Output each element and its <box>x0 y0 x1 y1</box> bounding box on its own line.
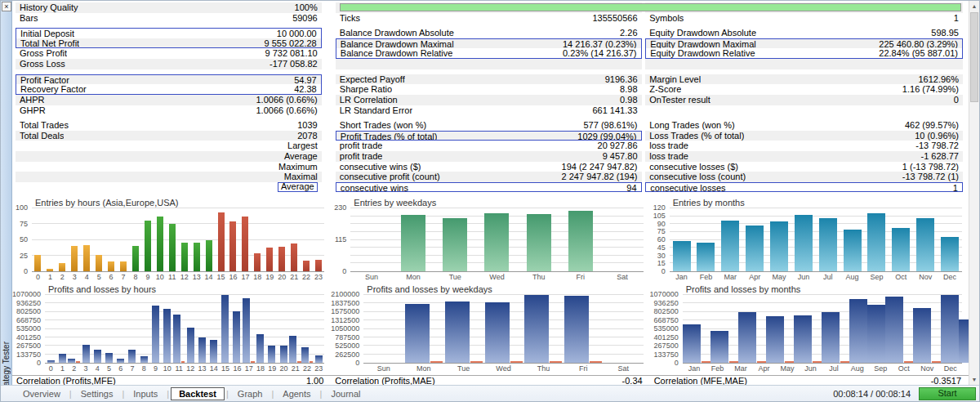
x-tick-label: 19 <box>264 273 276 284</box>
tab-settings[interactable]: Settings <box>74 387 121 400</box>
tab-backtest[interactable]: Backtest <box>171 387 225 400</box>
x-tick-label: Fri <box>559 273 601 284</box>
stat-label: consecutive profit (count) <box>340 172 440 182</box>
y-tick-label: 1837500 <box>331 300 359 307</box>
stat-row: Profit Trades (% of total)1029 (99.04%) <box>336 131 642 141</box>
statistics-grid: History Quality100%Bars59096Initial Depo… <box>12 2 969 195</box>
bar <box>132 246 139 271</box>
bar <box>401 215 425 271</box>
vertical-scrollbar[interactable]: ▲ ▼ <box>969 1 979 385</box>
loss-bar <box>904 361 913 363</box>
stat-label: loss trade <box>649 141 688 151</box>
bar <box>108 261 114 271</box>
bar <box>218 212 225 271</box>
tab-overview[interactable]: Overview <box>16 387 68 400</box>
x-tick-label: 18 <box>252 273 264 284</box>
x-tick-label: 14 <box>208 364 220 375</box>
x-tick-label: 15 <box>215 273 227 284</box>
tab-journal[interactable]: Journal <box>323 387 368 400</box>
stat-label: OnTester result <box>649 95 710 105</box>
stat-value: Average <box>278 182 318 193</box>
x-tick-label: 1 <box>56 364 68 375</box>
scroll-up-icon[interactable]: ▲ <box>969 1 979 11</box>
loss-bar <box>702 361 710 363</box>
bar <box>233 311 240 363</box>
start-button[interactable]: Start <box>919 387 976 400</box>
x-tick-label: Sat <box>604 364 644 375</box>
stat-row: Long Trades (won %)462 (99.57%) <box>645 120 963 131</box>
x-tick-label: 20 <box>278 364 289 375</box>
stat-value: 1029 (99.04%) <box>577 132 636 141</box>
bar <box>484 213 509 271</box>
stat-value: 1.0066 (0.66%) <box>256 105 318 116</box>
stat-row: loss trade-13 798.72 <box>645 141 963 151</box>
bar <box>173 315 180 363</box>
strategy-tester-backtest-panel: { "panel": { "close_glyph": "×", "vertic… <box>0 0 980 402</box>
x-tick-label: 23 <box>313 364 324 375</box>
x-tick-label: Sun <box>350 273 392 284</box>
bar <box>568 211 593 271</box>
y-tick-label: 525000 <box>335 342 359 350</box>
stat-row: consecutive profit (count)2 247 947.82 (… <box>336 172 642 182</box>
x-tick-label: 14 <box>203 273 215 284</box>
bar <box>291 243 297 271</box>
stat-row: Maximum <box>16 162 322 172</box>
history-quality-progressbar <box>340 3 961 11</box>
bar <box>194 243 200 271</box>
bar <box>94 350 101 363</box>
y-tick-label: 401250 <box>16 334 41 342</box>
stat-label: Balance Drawdown Maximal <box>341 39 454 49</box>
bar <box>140 356 148 363</box>
bar <box>892 228 910 271</box>
bar <box>169 224 176 271</box>
bar <box>794 315 812 363</box>
stat-value: 1612.96% <box>918 74 959 85</box>
stat-label: Expected Payoff <box>340 74 405 85</box>
x-tick-label: 0 <box>32 273 44 284</box>
tab-agents[interactable]: Agents <box>275 387 318 400</box>
bar <box>289 336 296 363</box>
tab-graph[interactable]: Graph <box>230 387 270 400</box>
tab-inputs[interactable]: Inputs <box>126 387 165 400</box>
stat-label: Equity Drawdown Maximal <box>650 39 756 49</box>
x-tick-label: Jul <box>822 364 846 375</box>
y-tick-label: 30 <box>657 252 666 260</box>
stat-row: GHPR1.0066 (0.66%) <box>16 105 322 116</box>
bar <box>280 346 287 363</box>
x-tick-label: 21 <box>288 273 301 284</box>
y-tick-label: 1312500 <box>331 317 359 324</box>
x-tick-label: Dec <box>939 364 963 375</box>
stat-label: loss trade <box>649 151 688 162</box>
stat-row: Total Trades1039 <box>16 120 322 131</box>
stat-label: Margin Level <box>649 74 701 85</box>
stat-row: Symbols1 <box>645 13 963 24</box>
x-tick-label: 8 <box>130 273 142 284</box>
bar <box>120 261 127 271</box>
x-tick-label: 13 <box>190 273 203 284</box>
y-tick-label: 60 <box>657 236 666 243</box>
x-tick-label: Mon <box>393 273 434 284</box>
x-tick-label: 16 <box>227 273 239 284</box>
bar <box>242 217 248 271</box>
x-tick-label: Feb <box>706 364 729 375</box>
x-tick-label: 2 <box>56 273 69 284</box>
x-tick-label: Wed <box>483 364 523 375</box>
stat-label: Total Trades <box>20 120 69 131</box>
stat-row: Z-Score1.16 (74.99%) <box>645 84 963 95</box>
scrollbar-thumb[interactable] <box>970 12 978 102</box>
x-tick-label: Sep <box>869 364 893 375</box>
close-icon[interactable]: × <box>2 2 11 11</box>
bar <box>405 304 430 363</box>
stat-value: 2 247 947.82 (194) <box>562 172 638 182</box>
bar <box>221 295 229 363</box>
y-tick-label: 105 <box>653 212 666 220</box>
stat-value: 10 000.00 <box>277 29 317 38</box>
chart-title: Profits and losses by hours <box>48 284 156 294</box>
stat-label: History Quality <box>20 2 78 13</box>
bar <box>181 243 188 271</box>
y-tick-label: 0 <box>355 360 359 367</box>
x-tick-label: 22 <box>301 273 313 284</box>
x-tick-label: 10 <box>154 273 166 284</box>
scroll-down-icon[interactable]: ▼ <box>969 374 979 385</box>
tab-separator: | <box>320 389 323 399</box>
